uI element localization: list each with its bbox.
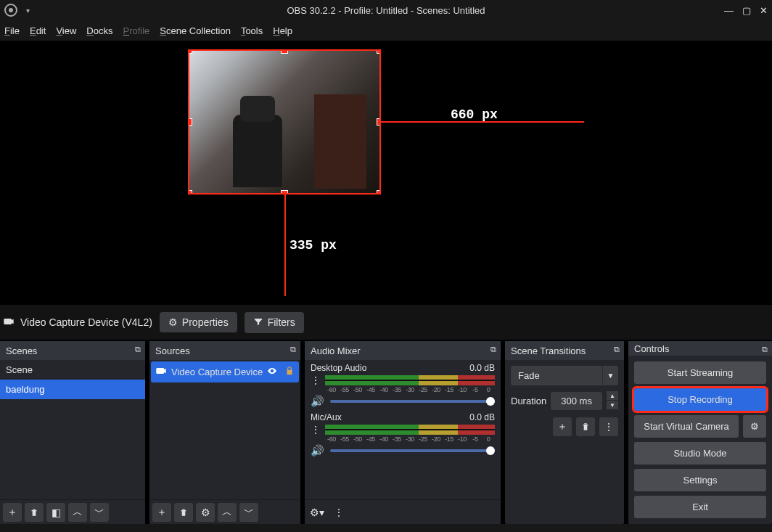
controls-header[interactable]: Controls ⧉ bbox=[628, 341, 772, 356]
remove-transition-button[interactable] bbox=[576, 417, 595, 436]
sources-panel: Sources ⧉ Video Capture Device ＋ ⚙ ︿ ﹀ bbox=[149, 341, 300, 524]
popout-icon[interactable]: ⧉ bbox=[490, 345, 496, 354]
gear-icon: ⚙ bbox=[168, 316, 178, 328]
duration-input[interactable]: 300 ms bbox=[551, 392, 602, 410]
menu-scene-collection[interactable]: Scene Collection bbox=[160, 25, 231, 36]
transition-menu-button[interactable]: ⋮ bbox=[599, 417, 618, 436]
scenes-panel: Scenes ⧉ Scene baeldung ＋ ◧ ︿ ﹀ bbox=[0, 341, 145, 524]
virtual-camera-settings-button[interactable]: ⚙ bbox=[743, 415, 766, 438]
scenes-footer: ＋ ◧ ︿ ﹀ bbox=[0, 499, 145, 524]
menu-view[interactable]: View bbox=[56, 25, 76, 36]
lock-icon[interactable] bbox=[284, 366, 295, 378]
popout-icon[interactable]: ⧉ bbox=[762, 345, 768, 354]
resize-handle[interactable] bbox=[188, 190, 192, 195]
menu-file[interactable]: File bbox=[4, 25, 20, 36]
add-transition-button[interactable]: ＋ bbox=[553, 417, 572, 436]
window-title: OBS 30.2.2 - Profile: Untitled - Scenes:… bbox=[287, 5, 485, 16]
preview-canvas[interactable]: 660 px 335 px bbox=[188, 49, 584, 296]
source-item[interactable]: Video Capture Device bbox=[151, 361, 299, 382]
filters-label: Filters bbox=[268, 316, 295, 328]
start-virtual-camera-button[interactable]: Start Virtual Camera bbox=[634, 415, 739, 438]
scene-item[interactable]: Scene bbox=[0, 360, 145, 380]
db-scale: -60-55-50-45-40-35-30-25-20-15-10-50 bbox=[311, 435, 495, 443]
selected-source-label: Video Capture Device (V4L2) bbox=[3, 316, 152, 330]
selected-source-bounds[interactable] bbox=[188, 49, 381, 195]
controls-panel: Controls ⧉ Start Streaming Stop Recordin… bbox=[628, 341, 772, 524]
channel-menu-button[interactable]: ⋮ bbox=[311, 375, 321, 386]
remove-scene-button[interactable] bbox=[25, 503, 44, 522]
volume-slider[interactable] bbox=[330, 449, 495, 452]
properties-label: Properties bbox=[182, 316, 229, 328]
studio-mode-button[interactable]: Studio Mode bbox=[634, 442, 766, 465]
scene-filters-button[interactable]: ◧ bbox=[46, 503, 65, 522]
channel-level: 0.0 dB bbox=[469, 363, 495, 373]
db-scale: -60-55-50-45-40-35-30-25-20-15-10-50 bbox=[311, 386, 495, 393]
resize-handle[interactable] bbox=[281, 49, 288, 54]
spin-up[interactable]: ▲ bbox=[607, 391, 618, 400]
menu-bar: File Edit View Docks Profile Scene Colle… bbox=[0, 20, 772, 41]
properties-button[interactable]: ⚙ Properties bbox=[160, 312, 237, 332]
camera-icon bbox=[155, 365, 167, 379]
preview-area[interactable]: 660 px 335 px bbox=[0, 41, 772, 305]
sources-header[interactable]: Sources ⧉ bbox=[149, 341, 300, 360]
stop-recording-button[interactable]: Stop Recording bbox=[634, 388, 766, 411]
transition-select[interactable]: Fade ▼ bbox=[511, 366, 618, 385]
webcam-content bbox=[314, 94, 366, 189]
close-button[interactable]: ✕ bbox=[760, 5, 768, 16]
camera-icon bbox=[3, 316, 15, 330]
menu-tools[interactable]: Tools bbox=[241, 25, 263, 36]
scenes-list[interactable]: Scene baeldung bbox=[0, 360, 145, 499]
volume-slider[interactable] bbox=[330, 400, 495, 403]
slider-thumb[interactable] bbox=[486, 446, 495, 455]
remove-source-button[interactable] bbox=[174, 503, 193, 522]
maximize-button[interactable]: ▢ bbox=[742, 5, 751, 16]
transitions-body: Fade ▼ Duration 300 ms ▲ ▼ ＋ ⋮ bbox=[505, 360, 624, 442]
scene-item[interactable]: baeldung bbox=[0, 380, 145, 399]
resize-handle[interactable] bbox=[377, 190, 381, 195]
transition-value[interactable]: Fade bbox=[511, 366, 602, 385]
spin-down[interactable]: ▼ bbox=[607, 401, 618, 409]
add-source-button[interactable]: ＋ bbox=[152, 503, 171, 522]
add-scene-button[interactable]: ＋ bbox=[3, 503, 22, 522]
mute-button[interactable]: 🔊 bbox=[311, 395, 324, 408]
scenes-header[interactable]: Scenes ⧉ bbox=[0, 341, 145, 360]
start-streaming-button[interactable]: Start Streaming bbox=[634, 361, 766, 384]
menu-profile[interactable]: Profile bbox=[123, 25, 149, 36]
popout-icon[interactable]: ⧉ bbox=[135, 345, 141, 354]
move-source-up-button[interactable]: ︿ bbox=[218, 503, 237, 522]
audio-header[interactable]: Audio Mixer ⧉ bbox=[305, 341, 501, 360]
move-source-down-button[interactable]: ﹀ bbox=[239, 503, 258, 522]
title-bar: ▾ OBS 30.2.2 - Profile: Untitled - Scene… bbox=[0, 0, 772, 20]
transitions-header[interactable]: Scene Transitions ⧉ bbox=[505, 341, 624, 360]
resize-handle[interactable] bbox=[377, 49, 381, 54]
move-scene-down-button[interactable]: ﹀ bbox=[90, 503, 109, 522]
popout-icon[interactable]: ⧉ bbox=[614, 345, 620, 354]
source-properties-button[interactable]: ⚙ bbox=[196, 503, 215, 522]
move-scene-up-button[interactable]: ︿ bbox=[68, 503, 87, 522]
menu-edit[interactable]: Edit bbox=[30, 25, 46, 36]
settings-button[interactable]: Settings bbox=[634, 469, 766, 491]
menu-docks[interactable]: Docks bbox=[86, 25, 112, 36]
exit-button[interactable]: Exit bbox=[634, 496, 766, 518]
mute-button[interactable]: 🔊 bbox=[311, 444, 324, 457]
source-name: Video Capture Device (V4L2) bbox=[20, 316, 152, 328]
advanced-audio-button[interactable]: ⚙▾ bbox=[308, 503, 327, 522]
menu-help[interactable]: Help bbox=[273, 25, 292, 36]
sources-list[interactable]: Video Capture Device bbox=[149, 360, 300, 499]
resize-handle[interactable] bbox=[188, 118, 192, 126]
slider-thumb[interactable] bbox=[486, 397, 495, 406]
duration-spinner[interactable]: ▲ ▼ bbox=[607, 391, 618, 410]
transitions-title: Scene Transitions bbox=[511, 345, 586, 356]
source-toolbar: Video Capture Device (V4L2) ⚙ Properties… bbox=[0, 305, 772, 340]
popout-icon[interactable]: ⧉ bbox=[290, 345, 296, 354]
audio-meter bbox=[325, 375, 495, 385]
resize-handle[interactable] bbox=[188, 49, 192, 54]
app-menu-chevron-icon[interactable]: ▾ bbox=[26, 7, 30, 15]
channel-menu-button[interactable]: ⋮ bbox=[311, 424, 321, 435]
visibility-toggle-icon[interactable] bbox=[267, 366, 277, 378]
chevron-down-icon[interactable]: ▼ bbox=[602, 366, 618, 385]
filters-icon bbox=[253, 316, 263, 329]
audio-menu-button[interactable]: ⋮ bbox=[329, 503, 348, 522]
minimize-button[interactable]: — bbox=[724, 5, 734, 16]
filters-button[interactable]: Filters bbox=[245, 312, 304, 333]
